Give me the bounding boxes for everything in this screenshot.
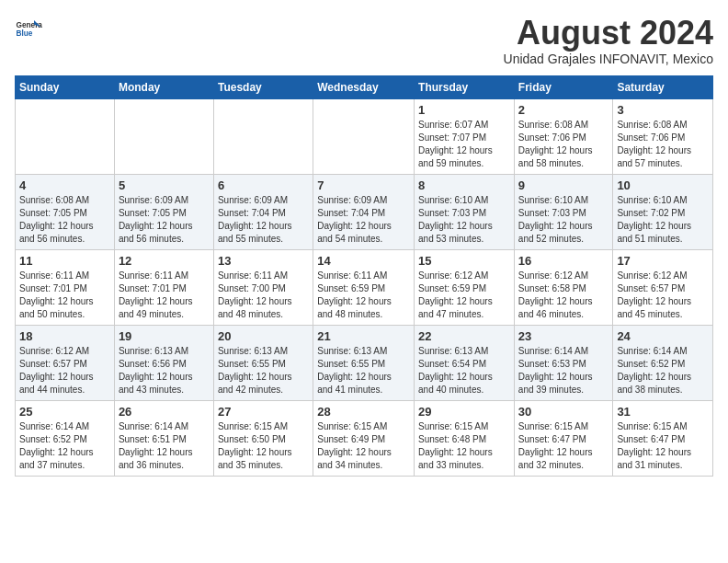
day-info: Sunrise: 6:11 AM Sunset: 7:01 PM Dayligh…	[119, 270, 210, 321]
day-info: Sunrise: 6:12 AM Sunset: 6:58 PM Dayligh…	[518, 270, 609, 321]
weekday-header: Monday	[114, 75, 213, 98]
calendar-cell: 25Sunrise: 6:14 AM Sunset: 6:52 PM Dayli…	[16, 400, 115, 476]
day-info: Sunrise: 6:09 AM Sunset: 7:04 PM Dayligh…	[317, 194, 410, 246]
day-number: 5	[119, 178, 210, 192]
weekday-header: Tuesday	[213, 75, 313, 98]
calendar-cell: 27Sunrise: 6:15 AM Sunset: 6:50 PM Dayli…	[213, 400, 313, 476]
day-info: Sunrise: 6:08 AM Sunset: 7:06 PM Dayligh…	[518, 119, 609, 170]
day-info: Sunrise: 6:15 AM Sunset: 6:48 PM Dayligh…	[418, 420, 510, 472]
day-info: Sunrise: 6:14 AM Sunset: 6:52 PM Dayligh…	[19, 420, 110, 472]
calendar-cell: 13Sunrise: 6:11 AM Sunset: 7:00 PM Dayli…	[213, 249, 313, 325]
day-info: Sunrise: 6:09 AM Sunset: 7:05 PM Dayligh…	[119, 194, 210, 246]
day-number: 28	[317, 405, 410, 419]
calendar-cell: 3Sunrise: 6:08 AM Sunset: 7:06 PM Daylig…	[613, 98, 713, 174]
calendar-cell: 19Sunrise: 6:13 AM Sunset: 6:56 PM Dayli…	[114, 325, 213, 400]
day-info: Sunrise: 6:15 AM Sunset: 6:47 PM Dayligh…	[518, 420, 609, 472]
calendar-body: 1Sunrise: 6:07 AM Sunset: 7:07 PM Daylig…	[16, 98, 713, 476]
day-number: 7	[317, 178, 410, 192]
svg-text:Blue: Blue	[17, 29, 33, 38]
calendar-cell: 18Sunrise: 6:12 AM Sunset: 6:57 PM Dayli…	[16, 325, 115, 400]
calendar-table: SundayMondayTuesdayWednesdayThursdayFrid…	[15, 75, 713, 477]
day-number: 1	[418, 103, 510, 117]
day-info: Sunrise: 6:15 AM Sunset: 6:47 PM Dayligh…	[617, 420, 709, 472]
day-info: Sunrise: 6:12 AM Sunset: 6:57 PM Dayligh…	[617, 270, 709, 321]
day-info: Sunrise: 6:15 AM Sunset: 6:50 PM Dayligh…	[218, 420, 309, 472]
logo: General Blue	[15, 15, 42, 42]
day-number: 23	[518, 329, 609, 343]
calendar-cell: 14Sunrise: 6:11 AM Sunset: 6:59 PM Dayli…	[313, 249, 415, 325]
day-info: Sunrise: 6:10 AM Sunset: 7:03 PM Dayligh…	[518, 194, 609, 246]
day-number: 27	[218, 405, 309, 419]
day-number: 30	[518, 405, 609, 419]
day-info: Sunrise: 6:11 AM Sunset: 7:01 PM Dayligh…	[19, 270, 110, 321]
page-header: General Blue August 2024 Unidad Grajales…	[15, 15, 713, 66]
calendar-cell: 21Sunrise: 6:13 AM Sunset: 6:55 PM Dayli…	[313, 325, 415, 400]
calendar-cell: 28Sunrise: 6:15 AM Sunset: 6:49 PM Dayli…	[313, 400, 415, 476]
calendar-cell: 16Sunrise: 6:12 AM Sunset: 6:58 PM Dayli…	[514, 249, 613, 325]
day-number: 6	[218, 178, 309, 192]
calendar-cell: 4Sunrise: 6:08 AM Sunset: 7:05 PM Daylig…	[16, 174, 115, 249]
day-info: Sunrise: 6:14 AM Sunset: 6:51 PM Dayligh…	[119, 420, 210, 472]
day-info: Sunrise: 6:14 AM Sunset: 6:53 PM Dayligh…	[518, 345, 609, 396]
day-info: Sunrise: 6:12 AM Sunset: 6:57 PM Dayligh…	[19, 345, 110, 396]
location: Unidad Grajales INFONAVIT, Mexico	[504, 52, 713, 66]
logo-icon: General Blue	[15, 15, 42, 42]
title-block: August 2024 Unidad Grajales INFONAVIT, M…	[504, 15, 713, 66]
day-info: Sunrise: 6:07 AM Sunset: 7:07 PM Dayligh…	[418, 119, 510, 170]
calendar-cell: 1Sunrise: 6:07 AM Sunset: 7:07 PM Daylig…	[415, 98, 515, 174]
day-number: 29	[418, 405, 510, 419]
day-info: Sunrise: 6:13 AM Sunset: 6:55 PM Dayligh…	[218, 345, 309, 396]
day-info: Sunrise: 6:12 AM Sunset: 6:59 PM Dayligh…	[418, 270, 510, 321]
day-number: 2	[518, 103, 609, 117]
day-number: 13	[218, 254, 309, 268]
calendar-cell: 8Sunrise: 6:10 AM Sunset: 7:03 PM Daylig…	[415, 174, 515, 249]
weekday-header: Wednesday	[313, 75, 415, 98]
calendar-cell: 22Sunrise: 6:13 AM Sunset: 6:54 PM Dayli…	[415, 325, 515, 400]
day-info: Sunrise: 6:13 AM Sunset: 6:55 PM Dayligh…	[317, 345, 410, 396]
weekday-header-row: SundayMondayTuesdayWednesdayThursdayFrid…	[16, 75, 713, 98]
day-number: 20	[218, 329, 309, 343]
day-number: 17	[617, 254, 709, 268]
calendar-cell	[16, 98, 115, 174]
day-number: 25	[19, 405, 110, 419]
day-info: Sunrise: 6:11 AM Sunset: 7:00 PM Dayligh…	[218, 270, 309, 321]
day-number: 8	[418, 178, 510, 192]
weekday-header: Thursday	[415, 75, 515, 98]
calendar-cell: 31Sunrise: 6:15 AM Sunset: 6:47 PM Dayli…	[613, 400, 713, 476]
day-info: Sunrise: 6:08 AM Sunset: 7:06 PM Dayligh…	[617, 119, 709, 170]
calendar-row: 1Sunrise: 6:07 AM Sunset: 7:07 PM Daylig…	[16, 98, 713, 174]
calendar-cell: 7Sunrise: 6:09 AM Sunset: 7:04 PM Daylig…	[313, 174, 415, 249]
weekday-header: Saturday	[613, 75, 713, 98]
day-info: Sunrise: 6:10 AM Sunset: 7:03 PM Dayligh…	[418, 194, 510, 246]
calendar-cell: 20Sunrise: 6:13 AM Sunset: 6:55 PM Dayli…	[213, 325, 313, 400]
calendar-cell: 15Sunrise: 6:12 AM Sunset: 6:59 PM Dayli…	[415, 249, 515, 325]
day-info: Sunrise: 6:14 AM Sunset: 6:52 PM Dayligh…	[617, 345, 709, 396]
weekday-header: Sunday	[16, 75, 115, 98]
calendar-cell: 29Sunrise: 6:15 AM Sunset: 6:48 PM Dayli…	[415, 400, 515, 476]
day-number: 11	[19, 254, 110, 268]
day-info: Sunrise: 6:08 AM Sunset: 7:05 PM Dayligh…	[19, 194, 110, 246]
calendar-cell: 23Sunrise: 6:14 AM Sunset: 6:53 PM Dayli…	[514, 325, 613, 400]
calendar-cell: 12Sunrise: 6:11 AM Sunset: 7:01 PM Dayli…	[114, 249, 213, 325]
month-year: August 2024	[504, 15, 713, 52]
day-number: 19	[119, 329, 210, 343]
day-number: 18	[19, 329, 110, 343]
calendar-cell: 30Sunrise: 6:15 AM Sunset: 6:47 PM Dayli…	[514, 400, 613, 476]
calendar-cell: 10Sunrise: 6:10 AM Sunset: 7:02 PM Dayli…	[613, 174, 713, 249]
day-number: 9	[518, 178, 609, 192]
day-number: 15	[418, 254, 510, 268]
calendar-cell: 26Sunrise: 6:14 AM Sunset: 6:51 PM Dayli…	[114, 400, 213, 476]
day-info: Sunrise: 6:09 AM Sunset: 7:04 PM Dayligh…	[218, 194, 309, 246]
calendar-cell: 9Sunrise: 6:10 AM Sunset: 7:03 PM Daylig…	[514, 174, 613, 249]
weekday-header: Friday	[514, 75, 613, 98]
calendar-row: 25Sunrise: 6:14 AM Sunset: 6:52 PM Dayli…	[16, 400, 713, 476]
calendar-cell: 2Sunrise: 6:08 AM Sunset: 7:06 PM Daylig…	[514, 98, 613, 174]
day-number: 24	[617, 329, 709, 343]
calendar-cell: 11Sunrise: 6:11 AM Sunset: 7:01 PM Dayli…	[16, 249, 115, 325]
day-info: Sunrise: 6:11 AM Sunset: 6:59 PM Dayligh…	[317, 270, 410, 321]
day-number: 3	[617, 103, 709, 117]
day-number: 16	[518, 254, 609, 268]
day-number: 14	[317, 254, 410, 268]
calendar-row: 18Sunrise: 6:12 AM Sunset: 6:57 PM Dayli…	[16, 325, 713, 400]
calendar-row: 11Sunrise: 6:11 AM Sunset: 7:01 PM Dayli…	[16, 249, 713, 325]
